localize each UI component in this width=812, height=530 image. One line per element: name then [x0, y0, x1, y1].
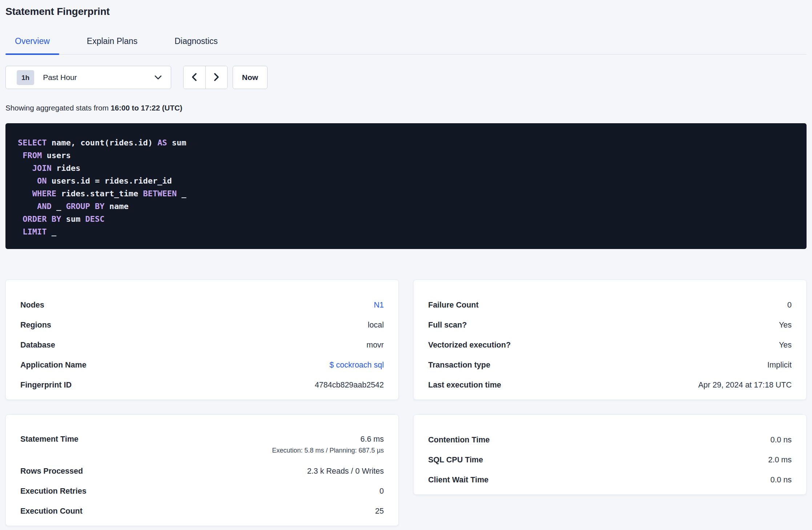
page-title: Statement Fingerprint — [5, 0, 807, 17]
kv-subvalue: Execution: 5.8 ms / Planning: 687.5 µs — [272, 447, 384, 454]
kv-value: Apr 29, 2024 at 17:18 UTC — [698, 381, 792, 390]
kv-row: Client Wait Time0.0 ns — [428, 470, 792, 490]
kv-row: Contention Time0.0 ns — [428, 430, 792, 450]
interval-badge: 1h — [17, 70, 34, 85]
sql-line: FROM users — [18, 149, 794, 162]
kv-label: Fingerprint ID — [20, 381, 72, 390]
prev-time-button[interactable] — [184, 66, 206, 89]
next-time-button[interactable] — [206, 66, 228, 89]
interval-label: Past Hour — [43, 73, 77, 82]
time-interval-dropdown[interactable]: 1h Past Hour — [5, 66, 171, 89]
kv-row: SQL CPU Time2.0 ms — [428, 450, 792, 470]
kv-label: Contention Time — [428, 435, 490, 445]
kv-row: Statement Time6.6 msExecution: 5.8 ms / … — [20, 430, 384, 461]
kv-row: Last execution timeApr 29, 2024 at 17:18… — [428, 375, 792, 395]
kv-value-group: movr — [366, 341, 384, 350]
kv-row: Regionslocal — [20, 315, 384, 335]
kv-row: Transaction typeImplicit — [428, 355, 792, 375]
sql-line: JOIN rides — [18, 162, 794, 174]
kv-row: Full scan?Yes — [428, 315, 792, 335]
kv-value: movr — [366, 341, 384, 350]
kv-value-group: 25 — [375, 507, 384, 516]
kv-value: 2.0 ms — [768, 455, 792, 465]
kv-value: 2.3 k Reads / 0 Writes — [307, 467, 384, 476]
kv-value: 0 — [379, 487, 384, 496]
sql-line: SELECT name, count(rides.id) AS sum — [18, 136, 794, 149]
chevron-left-icon — [190, 72, 199, 83]
kv-row: Databasemovr — [20, 335, 384, 355]
tab-bar: Overview Explain Plans Diagnostics — [5, 36, 807, 55]
kv-value: local — [368, 321, 384, 330]
tab-diagnostics[interactable]: Diagnostics — [165, 36, 227, 54]
kv-value: 6.6 ms — [360, 435, 384, 444]
kv-value-group: 0.0 ns — [770, 475, 792, 485]
kv-value: Yes — [779, 321, 792, 330]
kv-label: Rows Processed — [20, 467, 83, 476]
statement-info-card: NodesN1RegionslocalDatabasemovrApplicati… — [5, 280, 399, 400]
kv-value-group: $ cockroach sql — [330, 361, 384, 370]
now-button[interactable]: Now — [233, 66, 268, 89]
sql-statement-box: SELECT name, count(rides.id) AS sum FROM… — [5, 123, 807, 249]
sql-line: ON users.id = rides.rider_id — [18, 174, 794, 187]
wait-times-card: Contention Time0.0 nsSQL CPU Time2.0 msC… — [413, 414, 807, 495]
kv-label: Nodes — [20, 301, 44, 310]
kv-label: Execution Retries — [20, 487, 87, 496]
kv-value-group: 4784cb829aab2542 — [315, 381, 384, 390]
kv-value-group: Implicit — [767, 361, 792, 370]
kv-value: 0.0 ns — [770, 435, 792, 445]
kv-value-group: local — [368, 321, 384, 330]
kv-value: 0 — [787, 301, 792, 310]
kv-label: Statement Time — [20, 435, 79, 444]
kv-value: 4784cb829aab2542 — [315, 381, 384, 390]
statement-fingerprint-page: Statement Fingerprint Overview Explain P… — [0, 0, 812, 526]
execution-attributes-card: Failure Count0Full scan?YesVectorized ex… — [413, 280, 807, 400]
sql-line: LIMIT _ — [18, 225, 794, 238]
kv-value: 0.0 ns — [770, 475, 792, 485]
kv-value-group: 6.6 msExecution: 5.8 ms / Planning: 687.… — [272, 435, 384, 454]
kv-label: Database — [20, 341, 55, 350]
kv-value-group: 0 — [379, 487, 384, 496]
kv-label: Full scan? — [428, 321, 467, 330]
kv-value-group: 0 — [787, 301, 792, 310]
kv-value-group: Yes — [779, 321, 792, 330]
kv-value-group: Yes — [779, 341, 792, 350]
tab-explain-plans[interactable]: Explain Plans — [77, 36, 147, 54]
kv-value-group: Apr 29, 2024 at 17:18 UTC — [698, 381, 792, 390]
kv-row: Application Name$ cockroach sql — [20, 355, 384, 375]
aggregation-summary: Showing aggregated stats from 16:00 to 1… — [5, 104, 807, 112]
kv-label: Last execution time — [428, 381, 501, 390]
kv-label: Client Wait Time — [428, 475, 489, 485]
kv-label: Vectorized execution? — [428, 341, 511, 350]
kv-row: Fingerprint ID4784cb829aab2542 — [20, 375, 384, 395]
time-step-buttons — [183, 66, 228, 89]
kv-value: Yes — [779, 341, 792, 350]
kv-label: Application Name — [20, 361, 87, 370]
kv-value: 25 — [375, 507, 384, 516]
kv-value: Implicit — [767, 361, 792, 370]
kv-value-group: 0.0 ns — [770, 435, 792, 445]
sql-line: AND _ GROUP BY name — [18, 200, 794, 213]
kv-value-link[interactable]: $ cockroach sql — [330, 361, 384, 370]
kv-value-group: 2.3 k Reads / 0 Writes — [307, 467, 384, 476]
chevron-right-icon — [212, 72, 221, 83]
kv-label: SQL CPU Time — [428, 455, 483, 465]
summary-range: 16:00 to 17:22 (UTC) — [110, 104, 182, 112]
chevron-down-icon — [154, 75, 162, 80]
statement-times-card: Statement Time6.6 msExecution: 5.8 ms / … — [5, 414, 399, 526]
kv-label: Regions — [20, 321, 51, 330]
sql-line: WHERE rides.start_time BETWEEN _ — [18, 187, 794, 200]
kv-row: Vectorized execution?Yes — [428, 335, 792, 355]
time-toolbar: 1h Past Hour Now — [5, 66, 807, 89]
tab-overview[interactable]: Overview — [5, 36, 59, 54]
kv-label: Transaction type — [428, 361, 490, 370]
info-cards-row: NodesN1RegionslocalDatabasemovrApplicati… — [5, 280, 807, 400]
kv-row: Execution Count25 — [20, 501, 384, 521]
kv-value-group: 2.0 ms — [768, 455, 792, 465]
kv-label: Failure Count — [428, 301, 479, 310]
summary-prefix: Showing aggregated stats from — [5, 104, 110, 112]
stats-cards-row: Statement Time6.6 msExecution: 5.8 ms / … — [5, 414, 807, 526]
kv-value-group: N1 — [374, 301, 384, 310]
kv-row: Rows Processed2.3 k Reads / 0 Writes — [20, 461, 384, 481]
kv-row: Failure Count0 — [428, 295, 792, 315]
kv-value-link[interactable]: N1 — [374, 301, 384, 310]
